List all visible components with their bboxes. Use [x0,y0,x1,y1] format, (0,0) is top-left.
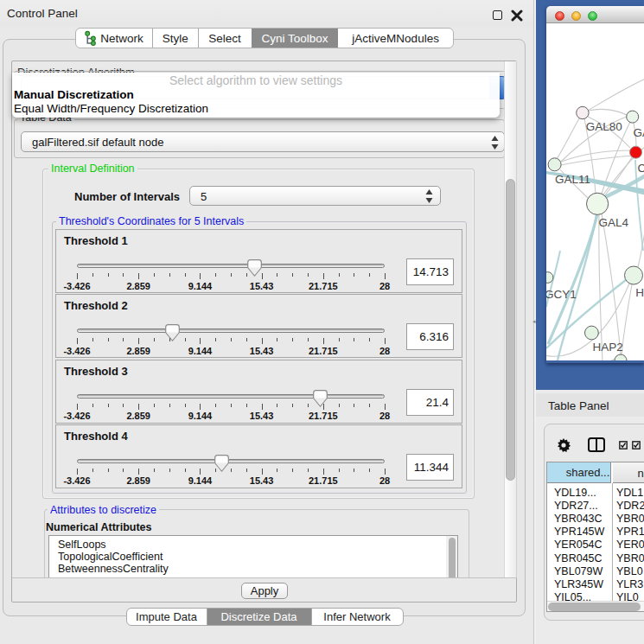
svg-text:H: H [635,286,644,299]
svg-text:GA: GA [634,126,644,139]
svg-text:GCY1: GCY1 [546,288,577,301]
svg-text:GAL80: GAL80 [586,120,622,133]
svg-text:C: C [638,162,644,175]
svg-text:HAP2: HAP2 [593,341,623,354]
svg-text:GAL11: GAL11 [555,173,590,186]
svg-text:GAL4: GAL4 [599,216,629,229]
